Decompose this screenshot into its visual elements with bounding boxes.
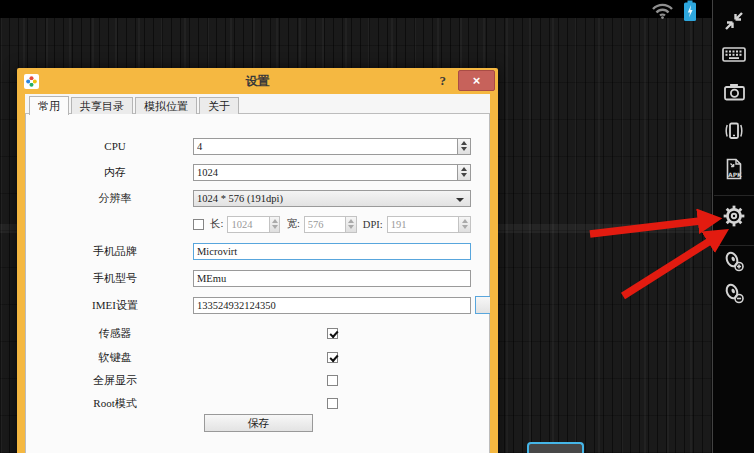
soft-keyboard-checkbox[interactable] — [327, 352, 338, 363]
dpi-label: DPI: — [363, 219, 383, 230]
spin-down-icon[interactable] — [462, 225, 468, 229]
cpu-spin-buttons[interactable] — [457, 138, 471, 155]
spin-down-icon[interactable] — [461, 173, 467, 177]
brand-label: 手机品牌 — [26, 242, 204, 260]
width-spinner — [227, 216, 280, 233]
dpi-input[interactable] — [387, 216, 458, 233]
spin-up-icon[interactable] — [461, 141, 467, 145]
dialog-title: 设置 — [17, 68, 498, 94]
settings-gear-icon[interactable] — [713, 199, 754, 233]
wifi-icon — [651, 2, 674, 23]
cpu-input[interactable] — [193, 138, 457, 155]
emulator-toolbar: APK — [712, 0, 754, 453]
tab-panel-common: CPU 内存 — [25, 113, 490, 453]
height-label: 宽: — [286, 217, 299, 231]
form-row-resolution: 分辨率 1024 * 576 (191dpi) — [26, 189, 489, 207]
brand-input[interactable] — [193, 243, 471, 260]
model-input[interactable] — [193, 270, 471, 287]
dialog-titlebar[interactable]: 设置 ? × — [17, 68, 498, 94]
dpi-spin-buttons[interactable] — [458, 216, 471, 233]
width-spin-buttons[interactable] — [269, 216, 281, 233]
toolbar-separator — [714, 195, 754, 196]
form-row-sensor: 传感器 — [26, 324, 489, 342]
spin-up-icon[interactable] — [272, 219, 278, 223]
help-button[interactable]: ? — [436, 68, 451, 94]
form-row-brand: 手机品牌 — [26, 242, 489, 260]
shake-phone-icon[interactable] — [713, 114, 754, 148]
screenshot-camera-icon[interactable] — [713, 75, 754, 109]
generate-imei-button[interactable]: 生成 — [475, 296, 490, 314]
form-row-imei: IMEI设置 生成 — [26, 296, 489, 314]
imei-label: IMEI设置 — [26, 296, 204, 314]
spin-down-icon[interactable] — [461, 147, 467, 151]
fullscreen-checkbox[interactable] — [327, 375, 338, 386]
cpu-label: CPU — [26, 137, 204, 155]
form-row-memory: 内存 — [26, 163, 489, 181]
resolution-value: 1024 * 576 (191dpi) — [197, 193, 283, 204]
tab-about[interactable]: 关于 — [199, 97, 239, 114]
exit-fullscreen-icon[interactable] — [713, 4, 754, 38]
dpi-spinner — [387, 216, 471, 233]
tab-shared-folder[interactable]: 共享目录 — [71, 97, 133, 114]
tab-bar: 常用 共享目录 模拟位置 关于 — [29, 97, 241, 116]
save-button[interactable]: 保存 — [204, 414, 313, 432]
tab-common[interactable]: 常用 — [29, 96, 69, 115]
keyboard-icon[interactable] — [713, 37, 754, 71]
resolution-label: 分辨率 — [26, 189, 204, 207]
root-mode-checkbox[interactable] — [327, 398, 338, 409]
sensor-label: 传感器 — [26, 324, 204, 342]
spin-down-icon[interactable] — [348, 225, 354, 229]
install-apk-icon[interactable]: APK — [713, 152, 754, 186]
volume-down-icon[interactable] — [713, 276, 754, 310]
form-row-soft-keyboard: 软键盘 — [26, 348, 489, 366]
svg-text:APK: APK — [728, 171, 742, 178]
spin-up-icon[interactable] — [348, 219, 354, 223]
width-input[interactable] — [227, 216, 268, 233]
chevron-down-icon — [456, 198, 464, 202]
soft-keyboard-label: 软键盘 — [26, 348, 204, 366]
android-status-bar — [0, 0, 712, 18]
resolution-dropdown[interactable]: 1024 * 576 (191dpi) — [193, 190, 471, 207]
model-label: 手机型号 — [26, 269, 204, 287]
memory-label: 内存 — [26, 163, 204, 181]
height-spinner — [304, 216, 357, 233]
root-mode-label: Root模式 — [26, 394, 204, 412]
memory-spin-buttons[interactable] — [457, 164, 471, 181]
form-row-custom-resolution: 长: 宽: — [26, 215, 489, 233]
custom-resolution-checkbox[interactable] — [193, 219, 204, 230]
memory-input[interactable] — [193, 164, 457, 181]
cpu-spinner — [193, 138, 471, 155]
spin-up-icon[interactable] — [462, 219, 468, 223]
emulator-bottom-button[interactable] — [527, 442, 584, 453]
spin-down-icon[interactable] — [272, 225, 278, 229]
spin-up-icon[interactable] — [461, 167, 467, 171]
memory-spinner — [193, 164, 471, 181]
height-input[interactable] — [304, 216, 345, 233]
form-row-fullscreen: 全屏显示 — [26, 371, 489, 389]
sensor-checkbox[interactable] — [327, 328, 338, 339]
width-label: 长: — [210, 217, 223, 231]
dialog-content: 常用 共享目录 模拟位置 关于 CPU 内存 — [25, 94, 490, 453]
form-row-root-mode: Root模式 — [26, 394, 489, 412]
settings-dialog: 设置 ? × 常用 共享目录 模拟位置 关于 CPU — [17, 68, 498, 453]
form-row-model: 手机型号 — [26, 269, 489, 287]
tab-mock-location[interactable]: 模拟位置 — [135, 97, 197, 114]
volume-up-icon[interactable] — [713, 244, 754, 278]
form-row-cpu: CPU — [26, 137, 489, 155]
fullscreen-label: 全屏显示 — [26, 371, 204, 389]
battery-charging-icon — [683, 0, 697, 26]
close-button[interactable]: × — [458, 70, 495, 91]
imei-input[interactable] — [193, 297, 471, 314]
height-spin-buttons[interactable] — [345, 216, 357, 233]
